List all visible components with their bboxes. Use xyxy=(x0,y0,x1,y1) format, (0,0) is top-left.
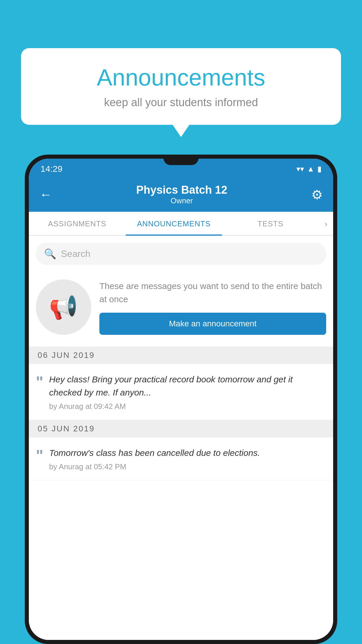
tabs-bar: ASSIGNMENTS ANNOUNCEMENTS TESTS › xyxy=(29,212,333,236)
speech-bubble-section: Announcements keep all your students inf… xyxy=(21,48,341,125)
status-icons: ▾▾ ▲ ▮ xyxy=(296,164,321,174)
wifi-icon: ▾▾ xyxy=(296,164,304,174)
app-bar-center: Physics Batch 12 Owner xyxy=(136,184,227,205)
app-bar-subtitle: Owner xyxy=(136,196,227,205)
quote-icon-2: " xyxy=(36,447,43,463)
back-button[interactable]: ← xyxy=(39,187,52,202)
announcement-message-1: Hey class! Bring your practical record b… xyxy=(49,373,326,399)
status-time: 14:29 xyxy=(41,164,62,174)
announcement-text-2: Tomorrow's class has been cancelled due … xyxy=(49,446,326,471)
make-announcement-button[interactable]: Make an announcement xyxy=(99,313,326,335)
phone-outer: 14:29 ▾▾ ▲ ▮ ← Physics Batch 12 Owner ⚙ … xyxy=(25,155,337,644)
signal-icon: ▲ xyxy=(307,164,314,174)
announcement-message-2: Tomorrow's class has been cancelled due … xyxy=(49,446,326,459)
megaphone-icon: 📢 xyxy=(49,293,78,321)
speech-bubble: Announcements keep all your students inf… xyxy=(21,48,341,125)
search-placeholder: Search xyxy=(61,249,90,259)
search-icon: 🔍 xyxy=(44,248,56,260)
settings-icon[interactable]: ⚙ xyxy=(311,187,323,202)
announcement-text-1: Hey class! Bring your practical record b… xyxy=(49,373,326,411)
battery-icon: ▮ xyxy=(317,164,321,174)
empty-state-description: These are messages you want to send to t… xyxy=(99,279,326,306)
app-bar: ← Physics Batch 12 Owner ⚙ xyxy=(29,177,333,212)
tab-tests[interactable]: TESTS xyxy=(222,212,319,235)
tab-more[interactable]: › xyxy=(319,212,333,235)
announcement-meta-1: by Anurag at 09:42 AM xyxy=(49,402,326,411)
announcement-item-2: " Tomorrow's class has been cancelled du… xyxy=(29,438,333,480)
announcement-item-1: " Hey class! Bring your practical record… xyxy=(29,364,333,420)
quote-icon-1: " xyxy=(36,374,43,390)
empty-state-right: These are messages you want to send to t… xyxy=(99,279,326,335)
tab-assignments[interactable]: ASSIGNMENTS xyxy=(29,212,126,235)
tab-announcements[interactable]: ANNOUNCEMENTS xyxy=(126,212,222,235)
date-separator-1: 06 JUN 2019 xyxy=(29,346,333,364)
app-bar-title: Physics Batch 12 xyxy=(136,184,227,196)
bubble-title: Announcements xyxy=(38,64,324,91)
date-separator-2: 05 JUN 2019 xyxy=(29,420,333,438)
phone-notch xyxy=(164,155,198,165)
phone-inner: 14:29 ▾▾ ▲ ▮ ← Physics Batch 12 Owner ⚙ … xyxy=(29,159,333,640)
megaphone-circle: 📢 xyxy=(36,279,91,335)
phone-container: 14:29 ▾▾ ▲ ▮ ← Physics Batch 12 Owner ⚙ … xyxy=(25,155,337,644)
content-area: 🔍 Search 📢 These are messages you want t… xyxy=(29,236,333,640)
announcement-meta-2: by Anurag at 05:42 PM xyxy=(49,462,326,471)
bubble-subtitle: keep all your students informed xyxy=(38,96,324,109)
empty-state: 📢 These are messages you want to send to… xyxy=(29,271,333,346)
search-bar[interactable]: 🔍 Search xyxy=(36,243,326,265)
